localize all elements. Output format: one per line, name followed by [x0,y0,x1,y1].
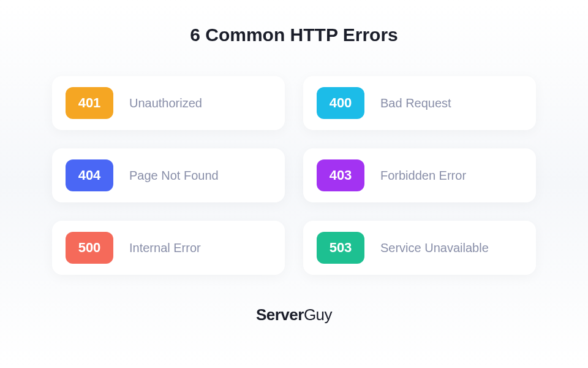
error-card: 503 Service Unavailable [303,221,536,275]
error-label: Bad Request [380,96,451,110]
error-card: 401 Unauthorized [52,76,285,130]
error-label: Forbidden Error [380,169,466,183]
error-label: Page Not Found [129,169,219,183]
page-title: 6 Common HTTP Errors [190,25,398,45]
brand-logo: ServerGuy [256,305,332,324]
brand-part1: Server [256,305,304,324]
error-grid: 401 Unauthorized 400 Bad Request 404 Pag… [52,76,536,275]
error-code-badge: 403 [317,159,364,191]
error-card: 403 Forbidden Error [303,148,536,202]
error-code-badge: 400 [317,87,364,119]
error-card: 500 Internal Error [52,221,285,275]
error-card: 404 Page Not Found [52,148,285,202]
error-card: 400 Bad Request [303,76,536,130]
brand-part2: Guy [304,305,332,324]
error-label: Service Unavailable [380,241,489,255]
error-label: Unauthorized [129,96,202,110]
error-code-badge: 404 [66,159,113,191]
error-code-badge: 401 [66,87,113,119]
error-label: Internal Error [129,241,201,255]
error-code-badge: 503 [317,232,364,264]
error-code-badge: 500 [66,232,113,264]
